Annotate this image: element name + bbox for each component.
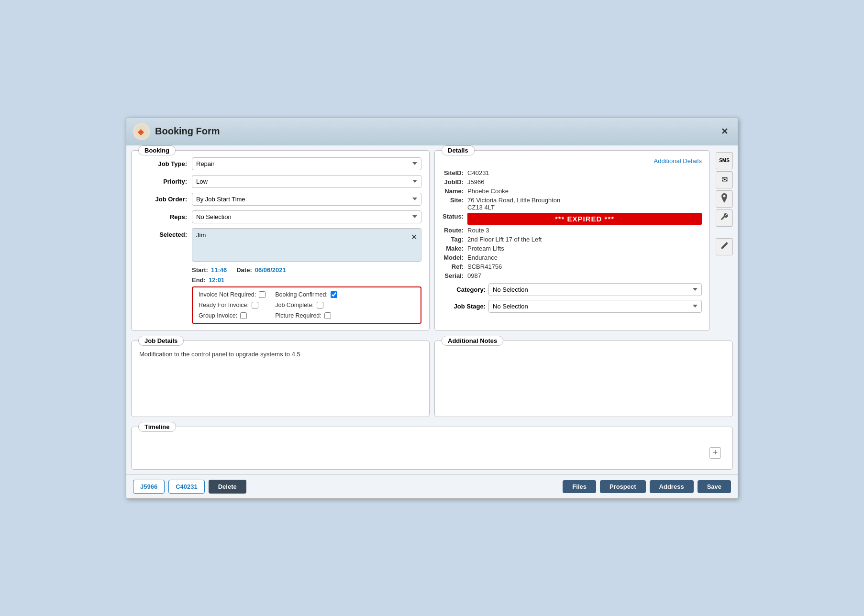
clear-selected-button[interactable]: ✕ (411, 232, 417, 242)
right-checkbox-col: Booking Confirmed: Job Complete: Picture… (275, 291, 337, 319)
model-label: Model: (443, 254, 464, 261)
site-value: 76 Victoria Road, Little Broughton CZ13 … (467, 197, 702, 211)
group-invoice-row: Group Invoice: (199, 312, 266, 319)
make-value: Proteam Lifts (467, 245, 702, 252)
invoice-not-required-checkbox[interactable] (259, 291, 266, 298)
route-label: Route: (443, 227, 464, 234)
edit-button[interactable] (716, 238, 733, 255)
ready-for-invoice-checkbox[interactable] (252, 302, 258, 308)
left-checkbox-col: Invoice Not Required: Ready For Invoice:… (199, 291, 266, 319)
details-header: Additional Details (443, 157, 702, 165)
selected-value: Jim (196, 231, 206, 239)
job-type-row: Job Type: Repair (139, 157, 421, 170)
model-value: Endurance (467, 254, 702, 261)
bottom-row: Job Details Modification to the control … (126, 341, 738, 422)
job-stage-label: Job Stage: (443, 303, 486, 310)
sms-button[interactable]: SMS (716, 152, 733, 169)
job-details-section: Job Details Modification to the control … (131, 341, 430, 417)
end-value: 12:01 (209, 276, 224, 284)
reps-select[interactable]: No Selection (192, 210, 421, 223)
end-label: End: (192, 276, 206, 284)
selected-box: Jim ✕ (192, 228, 421, 262)
top-panels: Booking Job Type: Repair Priority: Low (126, 145, 738, 341)
email-button[interactable]: ✉ (716, 171, 733, 188)
job-type-select[interactable]: Repair (192, 157, 421, 170)
files-button[interactable]: Files (563, 480, 596, 493)
additional-notes-section: Additional Notes (434, 341, 733, 417)
job-order-row: Job Order: By Job Start Time (139, 193, 421, 206)
close-button[interactable]: ✕ (718, 125, 731, 138)
window-title: Booking Form (155, 126, 220, 137)
tag-label: Tag: (443, 236, 464, 243)
job-stage-row: Job Stage: No Selection (443, 300, 702, 313)
email-icon: ✉ (721, 175, 728, 184)
booking-panel: Booking Job Type: Repair Priority: Low (131, 150, 430, 336)
priority-select[interactable]: Low (192, 175, 421, 188)
group-invoice-label: Group Invoice: (199, 312, 237, 319)
job-complete-checkbox[interactable] (317, 302, 323, 308)
prospect-button[interactable]: Prospect (600, 480, 646, 493)
site-id-label: SiteID: (443, 169, 464, 176)
details-grid: SiteID: C40231 JobID: J5966 Name: Phoebe… (443, 169, 702, 279)
start-label: Start: (192, 266, 208, 274)
ref-label: Ref: (443, 263, 464, 270)
wrench-icon (720, 213, 728, 223)
job-tag-button[interactable]: J5966 (133, 480, 165, 494)
additional-details-link[interactable]: Additional Details (654, 157, 702, 165)
details-section-label: Details (442, 145, 475, 155)
tag-value: 2nd Floor Lift 17 of the Left (467, 236, 702, 243)
job-order-select[interactable]: By Job Start Time (192, 193, 421, 206)
ready-for-invoice-row: Ready For Invoice: (199, 302, 266, 308)
site-label: Site: (443, 197, 464, 211)
group-invoice-checkbox[interactable] (240, 312, 247, 319)
picture-required-checkbox[interactable] (324, 312, 331, 319)
serial-value: 0987 (467, 272, 702, 279)
end-time-row: End: 12:01 (192, 276, 421, 284)
location-button[interactable] (716, 190, 733, 208)
job-id-label: JobID: (443, 178, 464, 186)
save-button[interactable]: Save (698, 480, 731, 493)
category-select[interactable]: No Selection (488, 283, 702, 296)
start-value: 11:46 (211, 266, 227, 274)
footer: J5966 C40231 Delete Files Prospect Addre… (126, 474, 738, 498)
add-timeline-button[interactable]: + (709, 447, 721, 459)
category-label: Category: (443, 286, 486, 293)
name-label: Name: (443, 187, 464, 195)
title-bar-left: ◈ Booking Form (133, 123, 220, 140)
address-button[interactable]: Address (650, 480, 694, 493)
additional-notes-label: Additional Notes (442, 336, 503, 346)
sms-label: SMS (719, 158, 730, 163)
start-time-row: Start: 11:46 Date: 06/06/2021 (192, 266, 421, 274)
job-details-content[interactable]: Modification to the control panel to upg… (139, 348, 421, 410)
timeline-content: + (139, 434, 725, 462)
booking-section: Booking Job Type: Repair Priority: Low (131, 150, 430, 331)
job-id-value: J5966 (467, 178, 702, 186)
job-details-label: Job Details (138, 336, 184, 346)
booking-confirmed-label: Booking Confirmed: (275, 291, 328, 298)
delete-button[interactable]: Delete (209, 480, 246, 494)
reps-label: Reps: (139, 213, 187, 220)
job-complete-label: Job Complete: (275, 302, 314, 308)
job-stage-select[interactable]: No Selection (488, 300, 702, 313)
picture-required-label: Picture Required: (275, 312, 321, 319)
timeline-label: Timeline (138, 422, 176, 432)
ref-value: SCBR41756 (467, 263, 702, 270)
route-value: Route 3 (467, 227, 702, 234)
customer-tag-button[interactable]: C40231 (168, 480, 205, 494)
wrench-button[interactable] (716, 209, 733, 227)
priority-row: Priority: Low (139, 175, 421, 188)
timeline-section: Timeline + (131, 427, 733, 470)
job-order-label: Job Order: (139, 196, 187, 203)
additional-notes-content[interactable] (443, 348, 725, 410)
site-id-value: C40231 (467, 169, 702, 176)
ready-for-invoice-label: Ready For Invoice: (199, 302, 249, 308)
booking-confirmed-checkbox[interactable] (331, 291, 337, 298)
title-bar: ◈ Booking Form ✕ (126, 118, 738, 145)
job-type-label: Job Type: (139, 160, 187, 167)
details-with-sidebar: Details Additional Details SiteID: C4023… (434, 150, 733, 336)
name-value: Phoebe Cooke (467, 187, 702, 195)
status-value: *** EXPIRED *** (467, 213, 702, 225)
location-icon (720, 193, 728, 205)
footer-right: Files Prospect Address Save (563, 480, 731, 493)
booking-confirmed-row: Booking Confirmed: (275, 291, 337, 298)
